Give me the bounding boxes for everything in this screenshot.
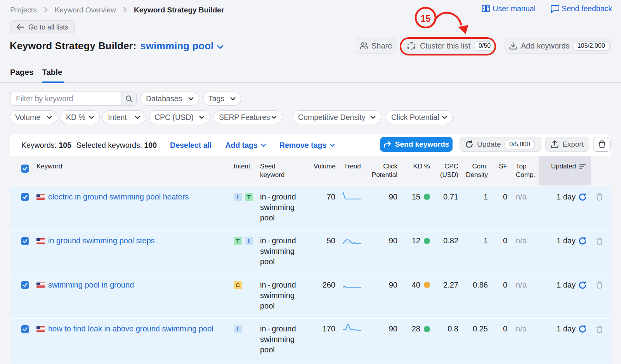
svg-text:15: 15 [420, 14, 430, 24]
